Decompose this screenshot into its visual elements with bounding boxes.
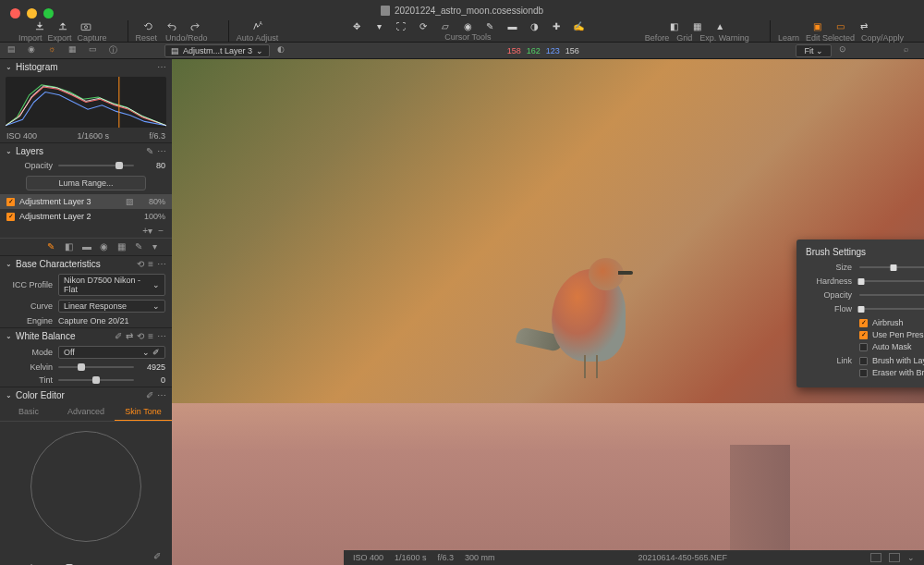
wb-mode-dropdown[interactable]: Off⌄ ✐ <box>58 346 165 359</box>
brush-tool[interactable]: ✎ <box>483 20 497 32</box>
pointer-tool[interactable]: ▾ <box>372 20 386 32</box>
icc-dropdown[interactable]: Nikon D7500 Nikon - Flat⌄ <box>58 274 165 296</box>
rotate-tool[interactable]: ⟳ <box>417 20 431 32</box>
airbrush-checkbox[interactable]: ✓Airbrush <box>859 318 924 327</box>
chevron-down-icon[interactable]: ⌄ <box>907 553 915 562</box>
hand-tool[interactable]: ✥ <box>350 20 364 32</box>
chevron-down-icon[interactable]: ⌄ <box>6 391 12 399</box>
brush-flow-slider[interactable] <box>859 308 924 310</box>
layer-item[interactable]: ✓ Adjustment Layer 2 100% <box>0 209 172 224</box>
layer-dropdown[interactable]: ▤ Adjustm...t Layer 3 ⌄ <box>164 44 270 57</box>
learn-button[interactable]: ▣ <box>811 20 824 32</box>
opacity-value[interactable]: 80 <box>140 161 165 170</box>
editselected-button[interactable]: ▭ <box>834 20 847 32</box>
metadata-tab-icon[interactable]: ▦ <box>68 44 81 57</box>
view-mode-1[interactable] <box>870 553 881 562</box>
radial-tool[interactable]: ◑ <box>528 20 541 32</box>
kelvin-value[interactable]: 4925 <box>140 362 165 372</box>
tint-value[interactable]: 0 <box>140 375 165 385</box>
search2-icon[interactable]: ⌕ <box>904 44 917 57</box>
wb-title: White Balance <box>16 331 111 341</box>
preset-icon[interactable]: ≡ <box>148 259 153 269</box>
capture-tab-icon[interactable]: ◉ <box>28 44 41 57</box>
tab-skintone[interactable]: Skin Tone <box>115 403 172 421</box>
export-button[interactable] <box>56 20 69 32</box>
kelvin-slider[interactable] <box>58 366 134 368</box>
panel-menu-icon[interactable]: ⋯ <box>157 390 166 400</box>
heal-tool[interactable]: ✚ <box>550 20 564 32</box>
color-wheel[interactable] <box>30 431 141 542</box>
picker-icon[interactable]: ✐ <box>153 551 161 561</box>
view-mode-2[interactable] <box>889 553 900 562</box>
layer-item[interactable]: ✓ Adjustment Layer 3 ▨ 80% <box>0 194 172 209</box>
grid-button[interactable]: ▦ <box>690 20 703 32</box>
crop-tool[interactable]: ⛶ <box>395 20 408 32</box>
fill-mask-icon[interactable]: ▦ <box>117 241 128 252</box>
tab-basic[interactable]: Basic <box>0 403 57 421</box>
spot-tool[interactable]: ◉ <box>461 20 475 32</box>
invert-mask-icon[interactable]: ✎ <box>135 241 146 252</box>
brush-mask-icon[interactable]: ✎ <box>47 241 58 252</box>
library-tab-icon[interactable]: ▤ <box>7 44 20 57</box>
eraserwithbrush-checkbox[interactable]: Eraser with Brush <box>859 368 924 377</box>
picker-icon[interactable]: ✐ <box>146 390 153 400</box>
add-layer-icon[interactable]: +▾ <box>142 226 152 236</box>
brush-size-slider[interactable] <box>859 266 924 268</box>
chevron-down-icon[interactable]: ⌄ <box>6 63 12 71</box>
layer-mask-icon[interactable]: ▨ <box>126 197 135 206</box>
curve-dropdown[interactable]: Linear Response⌄ <box>58 300 165 313</box>
chevron-down-icon[interactable]: ⌄ <box>6 332 12 340</box>
tint-slider[interactable] <box>58 379 134 381</box>
brush-opacity-slider[interactable] <box>859 294 924 296</box>
penpressure-checkbox[interactable]: ✓Use Pen Pressure <box>859 330 924 339</box>
panel-menu-icon[interactable]: ⋯ <box>157 331 166 341</box>
preset-icon[interactable]: ≡ <box>148 331 153 341</box>
delete-layer-icon[interactable]: − <box>158 226 164 236</box>
minimize-window[interactable] <box>27 8 37 18</box>
capture-button[interactable] <box>79 20 92 32</box>
search-icon[interactable]: ⊙ <box>839 44 852 57</box>
brushwithlayer-checkbox[interactable]: Brush with Layer <box>859 356 924 365</box>
chevron-down-icon[interactable]: ⌄ <box>6 260 12 268</box>
brush-icon[interactable]: ✎ <box>146 146 153 156</box>
tab-advanced[interactable]: Advanced <box>57 403 115 421</box>
undo-button[interactable] <box>165 20 178 32</box>
gradient-tool[interactable]: ▬ <box>505 20 519 32</box>
keystone-tool[interactable]: ▱ <box>439 20 453 32</box>
reset-icon[interactable]: ⟲ <box>137 259 144 269</box>
opacity-slider[interactable] <box>58 165 134 166</box>
zoom-dropdown[interactable]: Fit ⌄ <box>796 44 832 57</box>
layer-visibility-checkbox[interactable]: ✓ <box>6 213 15 221</box>
automask-checkbox[interactable]: Auto Mask <box>859 342 924 351</box>
reset-icon[interactable]: ⟲ <box>137 331 144 341</box>
output-tab-icon[interactable]: ▭ <box>89 44 102 57</box>
autoadjust-button[interactable]: A <box>250 20 263 32</box>
eraser-mask-icon[interactable]: ◧ <box>65 241 76 252</box>
expwarning-button[interactable]: ▲ <box>713 20 726 32</box>
copyapply-button[interactable]: ⇄ <box>857 20 870 32</box>
mask-menu-icon[interactable]: ▾ <box>152 241 164 252</box>
image-viewport[interactable]: Brush Settings Size 866 Hardness 0 Opaci… <box>172 59 924 565</box>
layer-visibility-checkbox[interactable]: ✓ <box>6 198 15 206</box>
brush-hardness-slider[interactable] <box>859 280 924 282</box>
panel-menu-icon[interactable]: ⋯ <box>157 259 166 269</box>
mask-toggle-icon[interactable]: ◐ <box>277 44 290 57</box>
adjust-tab-icon[interactable]: ☼ <box>48 44 61 57</box>
linear-mask-icon[interactable]: ▬ <box>82 241 93 252</box>
luma-range-button[interactable]: Luma Range... <box>26 176 146 190</box>
import-button[interactable] <box>33 20 46 32</box>
maximize-window[interactable] <box>43 8 54 18</box>
info-tab-icon[interactable]: ⓘ <box>109 44 122 57</box>
panel-menu-icon[interactable]: ⋯ <box>157 146 166 156</box>
radial-mask-icon[interactable]: ◉ <box>100 241 111 252</box>
redo-button[interactable] <box>188 20 201 32</box>
tool-sidebar: ⌄ Histogram ⋯ ISO 400 1/1600 s f/6.3 <box>0 59 172 565</box>
close-window[interactable] <box>10 8 20 18</box>
annotate-tool[interactable]: ✍ <box>572 20 586 32</box>
chevron-down-icon[interactable]: ⌄ <box>6 147 12 155</box>
picker-icon[interactable]: ✐ <box>115 331 122 341</box>
before-button[interactable]: ◧ <box>667 20 680 32</box>
panel-menu-icon[interactable]: ⋯ <box>157 62 166 72</box>
copy-icon[interactable]: ⇄ <box>126 331 133 341</box>
reset-button[interactable] <box>142 20 155 32</box>
